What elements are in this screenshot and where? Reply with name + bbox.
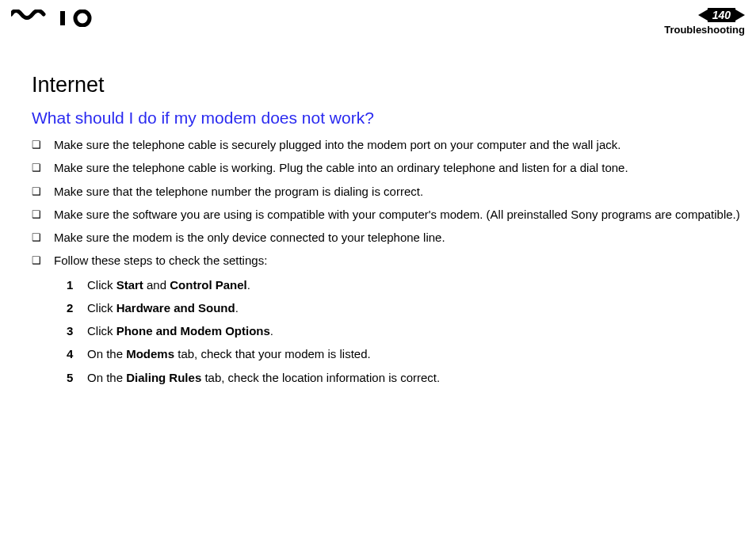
step-pre: Click [87, 324, 116, 338]
step-number: 2 [67, 300, 87, 316]
bullet-text: Make sure the modem is the only device c… [54, 230, 740, 246]
step-item: 3 Click Phone and Modem Options. [67, 323, 745, 339]
page-header: 140 Troubleshooting [0, 0, 756, 38]
svg-rect-0 [60, 11, 65, 25]
step-number: 1 [67, 277, 87, 293]
vaio-logo [11, 10, 95, 27]
step-pre: Click [87, 278, 116, 292]
bullet-text: Make sure the telephone cable is securel… [54, 137, 740, 153]
page-number: 140 [708, 8, 735, 22]
next-page-icon[interactable] [735, 10, 745, 21]
page-nav: 140 [664, 8, 745, 22]
step-text: Click Phone and Modem Options. [87, 323, 745, 339]
step-post: . [270, 324, 273, 338]
bullet-icon: ❑ [32, 253, 54, 269]
step-pre: Click [87, 301, 116, 315]
step-bold: Dialing Rules [126, 371, 201, 384]
step-post: . [235, 301, 239, 315]
bullet-icon: ❑ [32, 207, 54, 223]
step-bold: Start [116, 278, 143, 292]
step-mid: tab, check the location information is c… [201, 371, 440, 384]
bullet-text: Make sure that the telephone number the … [54, 184, 740, 200]
bullet-icon: ❑ [32, 137, 54, 153]
step-bold: Modems [126, 347, 174, 360]
step-bold: Control Panel [170, 278, 247, 292]
bullet-icon: ❑ [32, 230, 54, 246]
step-number: 4 [67, 346, 87, 362]
bullet-text: Make sure the software you are using is … [54, 207, 740, 223]
step-number: 5 [67, 370, 87, 386]
step-number: 3 [67, 323, 87, 339]
list-item: ❑ Make sure the software you are using i… [32, 207, 740, 223]
step-mid: tab, check that your modem is listed. [174, 347, 371, 360]
prev-page-icon[interactable] [698, 10, 708, 21]
step-pre: On the [87, 371, 126, 384]
question-heading: What should I do if my modem does not wo… [32, 109, 745, 128]
step-item: 4 On the Modems tab, check that your mod… [67, 346, 745, 362]
step-bold: Hardware and Sound [116, 301, 235, 315]
svg-point-1 [75, 11, 90, 25]
list-item: ❑ Make sure the telephone cable is worki… [32, 160, 740, 176]
step-post: . [247, 278, 250, 292]
step-text: On the Dialing Rules tab, check the loca… [87, 370, 745, 386]
step-mid: and [143, 278, 170, 292]
bullet-list: ❑ Make sure the telephone cable is secur… [32, 137, 745, 269]
page: 140 Troubleshooting Internet What should… [0, 0, 756, 534]
section-label: Troubleshooting [664, 24, 745, 36]
list-item: ❑ Make sure the telephone cable is secur… [32, 137, 740, 153]
content: Internet What should I do if my modem do… [0, 38, 756, 386]
step-item: 5 On the Dialing Rules tab, check the lo… [67, 370, 745, 386]
header-right: 140 Troubleshooting [664, 8, 745, 36]
page-title: Internet [32, 73, 745, 97]
list-item: ❑ Make sure that the telephone number th… [32, 184, 740, 200]
bullet-icon: ❑ [32, 160, 54, 176]
step-text: On the Modems tab, check that your modem… [87, 346, 745, 362]
bullet-text: Follow these steps to check the settings… [54, 253, 740, 269]
list-item: ❑ Make sure the modem is the only device… [32, 230, 740, 246]
step-text: Click Hardware and Sound. [87, 300, 745, 316]
numbered-steps: 1 Click Start and Control Panel. 2 Click… [32, 277, 745, 386]
step-bold: Phone and Modem Options [116, 324, 270, 338]
bullet-text: Make sure the telephone cable is working… [54, 160, 740, 176]
bullet-icon: ❑ [32, 184, 54, 200]
step-pre: On the [87, 347, 126, 360]
step-text: Click Start and Control Panel. [87, 277, 745, 293]
list-item: ❑ Follow these steps to check the settin… [32, 253, 740, 269]
step-item: 2 Click Hardware and Sound. [67, 300, 745, 316]
step-item: 1 Click Start and Control Panel. [67, 277, 745, 293]
